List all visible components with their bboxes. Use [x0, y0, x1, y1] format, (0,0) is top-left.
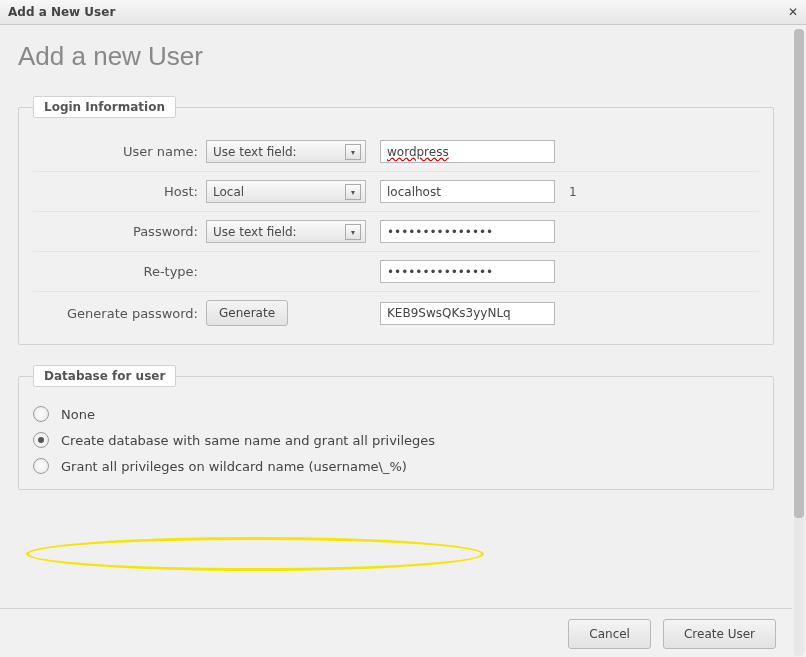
host-value: localhost [387, 185, 441, 199]
radio-row-none[interactable]: None [33, 401, 759, 427]
row-host: Host: Local ▾ localhost 1 [33, 172, 759, 212]
titlebar: Add a New User ✕ [0, 0, 806, 25]
chevron-down-icon: ▾ [345, 184, 361, 200]
generated-password-input[interactable]: KEB9SwsQKs3yyNLq [380, 302, 555, 325]
username-input[interactable]: wordpress [380, 140, 555, 163]
password-input[interactable]: ••••••••••••••• [380, 220, 555, 243]
window-title: Add a New User [8, 5, 115, 19]
dialog-window: Add a New User ✕ Add a new User Login In… [0, 0, 806, 657]
generated-password-value: KEB9SwsQKs3yyNLq [387, 306, 511, 320]
radio-none[interactable] [33, 406, 49, 422]
login-information-fieldset: Login Information User name: Use text fi… [18, 96, 774, 345]
generate-button[interactable]: Generate [206, 300, 288, 326]
username-mode-select[interactable]: Use text field: ▾ [206, 140, 366, 163]
label-username: User name: [33, 144, 206, 159]
create-user-button[interactable]: Create User [663, 619, 776, 649]
cancel-button[interactable]: Cancel [568, 619, 651, 649]
label-retype: Re-type: [33, 264, 206, 279]
label-generate: Generate password: [33, 306, 206, 321]
chevron-down-icon: ▾ [345, 224, 361, 240]
radio-row-create-same[interactable]: Create database with same name and grant… [33, 427, 759, 453]
radio-wildcard[interactable] [33, 458, 49, 474]
radio-create-same[interactable] [33, 432, 49, 448]
page-title: Add a new User [18, 41, 774, 72]
scrollbar-track[interactable] [794, 29, 804, 656]
content-area: Add a new User Login Information User na… [0, 25, 792, 657]
password-mode-value: Use text field: [213, 225, 297, 239]
password-mask: ••••••••••••••• [387, 225, 493, 239]
password-mode-select[interactable]: Use text field: ▾ [206, 220, 366, 243]
database-for-user-legend: Database for user [33, 365, 176, 387]
close-icon[interactable]: ✕ [788, 5, 798, 19]
host-note: 1 [569, 185, 577, 199]
dialog-footer: Cancel Create User [0, 608, 792, 657]
vertical-scrollbar[interactable] [792, 25, 806, 657]
radio-row-wildcard[interactable]: Grant all privileges on wildcard name (u… [33, 453, 759, 479]
label-host: Host: [33, 184, 206, 199]
login-information-legend: Login Information [33, 96, 176, 118]
host-mode-value: Local [213, 185, 244, 199]
retype-mask: ••••••••••••••• [387, 265, 493, 279]
row-password: Password: Use text field: ▾ ••••••••••••… [33, 212, 759, 252]
chevron-down-icon: ▾ [345, 144, 361, 160]
radio-label-wildcard: Grant all privileges on wildcard name (u… [61, 459, 407, 474]
body: Add a new User Login Information User na… [0, 25, 806, 657]
username-value: wordpress [387, 145, 449, 159]
host-input[interactable]: localhost [380, 180, 555, 203]
label-password: Password: [33, 224, 206, 239]
host-mode-select[interactable]: Local ▾ [206, 180, 366, 203]
row-generate: Generate password: Generate KEB9SwsQKs3y… [33, 292, 759, 334]
annotation-highlight [26, 537, 484, 571]
database-for-user-fieldset: Database for user None Create database w… [18, 365, 774, 490]
username-mode-value: Use text field: [213, 145, 297, 159]
radio-label-create-same: Create database with same name and grant… [61, 433, 435, 448]
row-username: User name: Use text field: ▾ wordpress [33, 132, 759, 172]
scrollbar-thumb[interactable] [794, 29, 804, 518]
retype-input[interactable]: ••••••••••••••• [380, 260, 555, 283]
row-retype: Re-type: ••••••••••••••• [33, 252, 759, 292]
radio-label-none: None [61, 407, 95, 422]
